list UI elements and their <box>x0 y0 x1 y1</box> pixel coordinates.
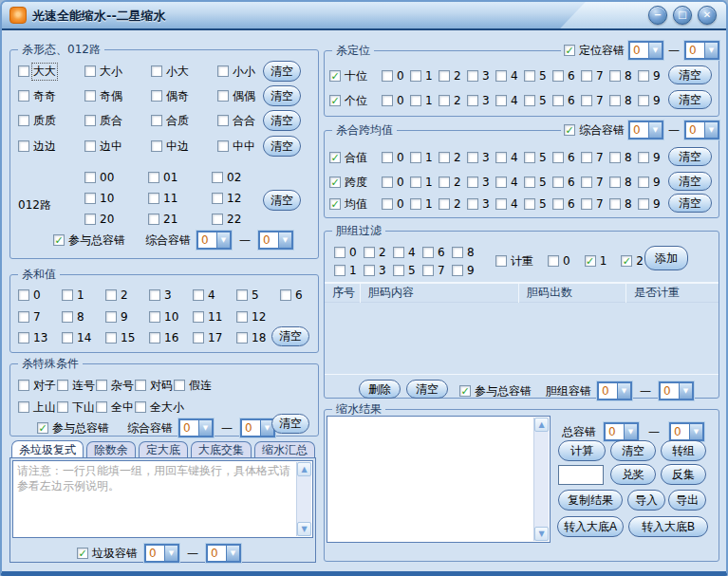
checkbox-1[interactable]: 1 <box>62 288 105 303</box>
checkbox-7[interactable]: 7 <box>581 196 609 212</box>
calculate-button[interactable]: 计算 <box>558 440 606 461</box>
checkbox-00[interactable]: 00 <box>84 170 148 185</box>
checkbox-对子[interactable]: 对子 <box>18 378 57 393</box>
checkbox-9[interactable]: 9 <box>638 196 666 212</box>
clear-result-button[interactable]: 清空 <box>610 440 656 461</box>
invert-set-button[interactable]: 反集 <box>661 464 706 485</box>
to-base-a-button[interactable]: 转入大底A <box>557 516 624 537</box>
chevron-down-icon[interactable]: ▼ <box>617 383 630 399</box>
checkbox-2[interactable]: 2 <box>364 245 393 260</box>
checkbox-10[interactable]: 10 <box>149 309 193 325</box>
checkbox-7[interactable]: 7 <box>581 175 609 190</box>
checkbox-质质[interactable]: 质质 <box>18 113 84 128</box>
checkbox-8[interactable]: 8 <box>609 68 638 84</box>
to-base-b-button[interactable]: 转入大底B <box>628 516 708 537</box>
checkbox-1[interactable]: 1 <box>410 175 439 190</box>
checkbox-3[interactable]: 3 <box>467 196 495 212</box>
checkbox-3[interactable]: 3 <box>149 288 193 303</box>
checkbox-5[interactable]: 5 <box>524 150 552 165</box>
scroll-up-icon[interactable]: ▲ <box>297 462 311 476</box>
checkbox-奇奇[interactable]: 奇奇 <box>18 88 84 103</box>
checkbox-对码[interactable]: 对码 <box>135 378 174 393</box>
clear-he-button[interactable]: 清空 <box>668 147 712 166</box>
tab-set-base[interactable]: 定大底 <box>139 441 188 458</box>
checkbox-4[interactable]: 4 <box>495 196 524 212</box>
clear-special-button[interactable]: 清空 <box>271 414 309 434</box>
clear-shape-row3-button[interactable]: 清空 <box>263 110 301 131</box>
checkbox-0[interactable]: 0 <box>18 288 62 303</box>
checkbox-9[interactable]: 9 <box>638 68 666 84</box>
checkbox-11[interactable]: 11 <box>193 309 236 325</box>
checkbox-6[interactable]: 6 <box>552 196 581 212</box>
checkbox-17[interactable]: 17 <box>193 330 236 345</box>
checkbox-13[interactable]: 13 <box>18 330 62 345</box>
checkbox-0[interactable]: 0 <box>382 175 410 190</box>
checkbox-9[interactable]: 9 <box>638 175 666 190</box>
checkbox-8[interactable]: 8 <box>609 175 638 190</box>
maximize-button[interactable]: □ <box>673 6 692 25</box>
checkbox-上山[interactable]: 上山 <box>18 399 57 415</box>
checkbox-4[interactable]: 4 <box>393 245 422 260</box>
clear-sum-button[interactable]: 清空 <box>271 326 309 346</box>
checkbox-15[interactable]: 15 <box>105 330 149 345</box>
chevron-down-icon[interactable]: ▼ <box>704 43 718 58</box>
checkbox-7[interactable]: 7 <box>422 263 452 278</box>
checkbox-均值[interactable]: ✓均值 <box>329 196 368 212</box>
dan-tol-from-select[interactable]: 0 ▼ <box>597 381 632 400</box>
garbage-tol-to-select[interactable]: 0 ▼ <box>206 544 241 563</box>
checkbox-大大[interactable]: 大大 <box>18 64 84 79</box>
garbage-textarea[interactable]: 请注意：一行只能填一组，用回车键换行，具体格式请参看左边示例说明。 ▲ ▼ <box>12 460 313 538</box>
clear-route-button[interactable]: 清空 <box>263 190 301 211</box>
clear-kua-button[interactable]: 清空 <box>668 172 712 191</box>
chevron-down-icon[interactable]: ▼ <box>216 232 230 248</box>
clear-shape-row1-button[interactable]: 清空 <box>263 61 301 82</box>
checkbox-7[interactable]: 7 <box>581 68 609 84</box>
checkbox-奇偶[interactable]: 奇偶 <box>84 88 151 103</box>
checkbox-5[interactable]: 5 <box>236 288 280 303</box>
checkbox-2[interactable]: ✓2 <box>621 253 644 269</box>
tab-divisor-remainder[interactable]: 除数余 <box>86 441 136 458</box>
checkbox-3[interactable]: 3 <box>364 263 393 278</box>
hkj-tol-from-select[interactable]: 0 ▼ <box>628 121 663 139</box>
chevron-down-icon[interactable]: ▼ <box>624 424 637 439</box>
copy-result-button[interactable]: 复制结果 <box>558 490 623 511</box>
checkbox-16[interactable]: 16 <box>149 330 193 345</box>
checkbox-6[interactable]: 6 <box>552 175 581 190</box>
checkbox-综合容错[interactable]: ✓综合容错 <box>564 122 625 138</box>
result-textarea[interactable]: ▲ ▼ <box>327 416 551 543</box>
chevron-down-icon[interactable]: ▼ <box>679 383 692 399</box>
scrollbar[interactable]: ▲ ▼ <box>296 462 311 536</box>
titlebar[interactable]: 光速全能缩水--二星缩水 − □ ✕ <box>2 2 726 30</box>
clear-units-button[interactable]: 清空 <box>668 90 712 109</box>
checkbox-参与总容错[interactable]: ✓参与总容错 <box>53 232 126 248</box>
close-button[interactable]: ✕ <box>698 6 717 25</box>
clear-dan-button[interactable]: 清空 <box>406 380 448 399</box>
scroll-up-icon[interactable]: ▲ <box>534 418 549 432</box>
checkbox-9[interactable]: 9 <box>638 150 666 165</box>
chevron-down-icon[interactable]: ▼ <box>648 43 662 58</box>
prize-input[interactable] <box>558 465 604 485</box>
to-group-button[interactable]: 转组 <box>661 440 706 461</box>
checkbox-全中[interactable]: 全中 <box>96 399 135 415</box>
tab-base-intersect[interactable]: 大底交集 <box>191 441 252 458</box>
checkbox-0[interactable]: 0 <box>382 68 410 84</box>
checkbox-8[interactable]: 8 <box>609 196 638 212</box>
col-weight-flag[interactable]: 是否计重 <box>626 284 719 303</box>
checkbox-5[interactable]: 5 <box>524 93 552 108</box>
checkbox-6[interactable]: 6 <box>552 93 581 108</box>
minimize-button[interactable]: − <box>648 6 667 25</box>
checkbox-01[interactable]: 01 <box>148 170 212 185</box>
checkbox-3[interactable]: 3 <box>467 93 495 108</box>
prize-check-button[interactable]: 兑奖 <box>610 464 656 485</box>
chevron-down-icon[interactable]: ▼ <box>689 424 702 439</box>
clear-tens-button[interactable]: 清空 <box>668 65 712 84</box>
checkbox-4[interactable]: 4 <box>495 68 524 84</box>
checkbox-22[interactable]: 22 <box>212 212 275 227</box>
checkbox-8[interactable]: 8 <box>452 245 481 260</box>
checkbox-9[interactable]: 9 <box>452 263 481 278</box>
tab-kill-garbage[interactable]: 杀垃圾复式 <box>11 440 84 458</box>
chevron-down-icon[interactable]: ▼ <box>198 420 212 436</box>
position-tol-from-select[interactable]: 0 ▼ <box>628 41 663 60</box>
checkbox-2[interactable]: 2 <box>105 288 149 303</box>
checkbox-1[interactable]: 1 <box>334 263 364 278</box>
